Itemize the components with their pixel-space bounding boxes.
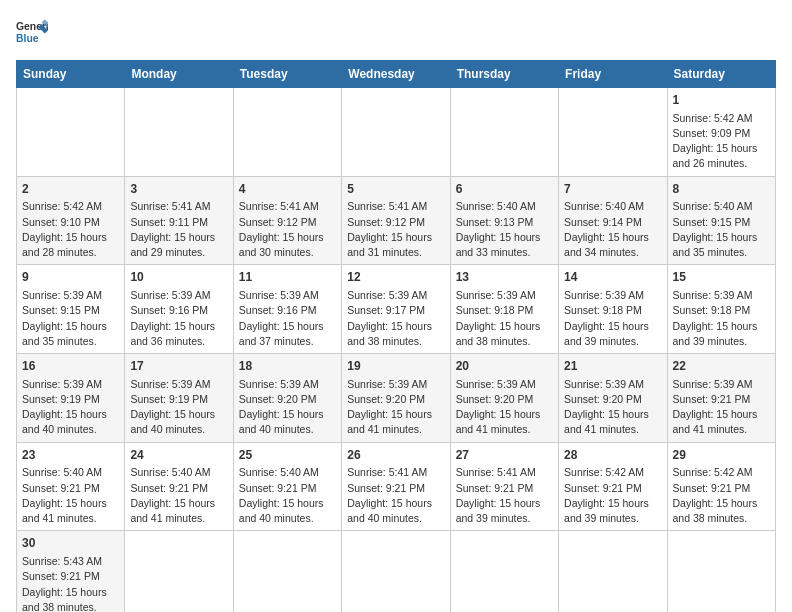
day-cell (125, 88, 233, 177)
day-cell: 13Sunrise: 5:39 AM Sunset: 9:18 PM Dayli… (450, 265, 558, 354)
logo: General Blue (16, 16, 52, 48)
week-row-5: 23Sunrise: 5:40 AM Sunset: 9:21 PM Dayli… (17, 442, 776, 531)
day-cell (559, 88, 667, 177)
week-row-4: 16Sunrise: 5:39 AM Sunset: 9:19 PM Dayli… (17, 354, 776, 443)
day-number: 15 (673, 269, 770, 286)
day-cell (559, 531, 667, 612)
week-row-6: 30Sunrise: 5:43 AM Sunset: 9:21 PM Dayli… (17, 531, 776, 612)
day-number: 11 (239, 269, 336, 286)
day-cell: 11Sunrise: 5:39 AM Sunset: 9:16 PM Dayli… (233, 265, 341, 354)
day-number: 4 (239, 181, 336, 198)
day-info: Sunrise: 5:39 AM Sunset: 9:20 PM Dayligh… (564, 377, 661, 438)
day-info: Sunrise: 5:39 AM Sunset: 9:17 PM Dayligh… (347, 288, 444, 349)
day-info: Sunrise: 5:40 AM Sunset: 9:13 PM Dayligh… (456, 199, 553, 260)
day-cell: 9Sunrise: 5:39 AM Sunset: 9:15 PM Daylig… (17, 265, 125, 354)
day-cell: 1Sunrise: 5:42 AM Sunset: 9:09 PM Daylig… (667, 88, 775, 177)
day-cell: 23Sunrise: 5:40 AM Sunset: 9:21 PM Dayli… (17, 442, 125, 531)
day-cell: 26Sunrise: 5:41 AM Sunset: 9:21 PM Dayli… (342, 442, 450, 531)
calendar-body: 1Sunrise: 5:42 AM Sunset: 9:09 PM Daylig… (17, 88, 776, 613)
day-info: Sunrise: 5:39 AM Sunset: 9:18 PM Dayligh… (564, 288, 661, 349)
day-info: Sunrise: 5:39 AM Sunset: 9:20 PM Dayligh… (456, 377, 553, 438)
day-number: 22 (673, 358, 770, 375)
logo-icon: General Blue (16, 16, 48, 48)
day-info: Sunrise: 5:42 AM Sunset: 9:09 PM Dayligh… (673, 111, 770, 172)
day-info: Sunrise: 5:39 AM Sunset: 9:20 PM Dayligh… (239, 377, 336, 438)
day-info: Sunrise: 5:39 AM Sunset: 9:20 PM Dayligh… (347, 377, 444, 438)
day-cell: 25Sunrise: 5:40 AM Sunset: 9:21 PM Dayli… (233, 442, 341, 531)
day-cell (17, 88, 125, 177)
day-number: 16 (22, 358, 119, 375)
day-number: 21 (564, 358, 661, 375)
day-number: 20 (456, 358, 553, 375)
day-cell (342, 88, 450, 177)
day-cell (450, 88, 558, 177)
day-cell (667, 531, 775, 612)
day-cell: 4Sunrise: 5:41 AM Sunset: 9:12 PM Daylig… (233, 176, 341, 265)
day-cell (450, 531, 558, 612)
day-number: 9 (22, 269, 119, 286)
day-cell: 6Sunrise: 5:40 AM Sunset: 9:13 PM Daylig… (450, 176, 558, 265)
svg-text:Blue: Blue (16, 33, 39, 44)
calendar-header: SundayMondayTuesdayWednesdayThursdayFrid… (17, 61, 776, 88)
day-number: 28 (564, 447, 661, 464)
day-number: 25 (239, 447, 336, 464)
day-cell (342, 531, 450, 612)
day-info: Sunrise: 5:39 AM Sunset: 9:19 PM Dayligh… (130, 377, 227, 438)
week-row-3: 9Sunrise: 5:39 AM Sunset: 9:15 PM Daylig… (17, 265, 776, 354)
day-cell: 5Sunrise: 5:41 AM Sunset: 9:12 PM Daylig… (342, 176, 450, 265)
day-number: 7 (564, 181, 661, 198)
day-cell: 21Sunrise: 5:39 AM Sunset: 9:20 PM Dayli… (559, 354, 667, 443)
day-cell (233, 531, 341, 612)
day-info: Sunrise: 5:41 AM Sunset: 9:21 PM Dayligh… (456, 465, 553, 526)
day-cell: 12Sunrise: 5:39 AM Sunset: 9:17 PM Dayli… (342, 265, 450, 354)
day-header-friday: Friday (559, 61, 667, 88)
day-cell (125, 531, 233, 612)
day-number: 29 (673, 447, 770, 464)
day-info: Sunrise: 5:39 AM Sunset: 9:15 PM Dayligh… (22, 288, 119, 349)
day-number: 3 (130, 181, 227, 198)
day-number: 6 (456, 181, 553, 198)
day-number: 8 (673, 181, 770, 198)
day-cell: 14Sunrise: 5:39 AM Sunset: 9:18 PM Dayli… (559, 265, 667, 354)
day-number: 13 (456, 269, 553, 286)
day-header-tuesday: Tuesday (233, 61, 341, 88)
calendar-table: SundayMondayTuesdayWednesdayThursdayFrid… (16, 60, 776, 612)
day-info: Sunrise: 5:39 AM Sunset: 9:18 PM Dayligh… (673, 288, 770, 349)
day-number: 10 (130, 269, 227, 286)
day-info: Sunrise: 5:39 AM Sunset: 9:21 PM Dayligh… (673, 377, 770, 438)
day-header-wednesday: Wednesday (342, 61, 450, 88)
day-info: Sunrise: 5:39 AM Sunset: 9:19 PM Dayligh… (22, 377, 119, 438)
day-number: 18 (239, 358, 336, 375)
week-row-1: 1Sunrise: 5:42 AM Sunset: 9:09 PM Daylig… (17, 88, 776, 177)
day-info: Sunrise: 5:41 AM Sunset: 9:21 PM Dayligh… (347, 465, 444, 526)
day-cell: 8Sunrise: 5:40 AM Sunset: 9:15 PM Daylig… (667, 176, 775, 265)
day-cell: 30Sunrise: 5:43 AM Sunset: 9:21 PM Dayli… (17, 531, 125, 612)
day-info: Sunrise: 5:41 AM Sunset: 9:11 PM Dayligh… (130, 199, 227, 260)
day-header-saturday: Saturday (667, 61, 775, 88)
day-cell: 15Sunrise: 5:39 AM Sunset: 9:18 PM Dayli… (667, 265, 775, 354)
day-header-sunday: Sunday (17, 61, 125, 88)
day-info: Sunrise: 5:39 AM Sunset: 9:16 PM Dayligh… (130, 288, 227, 349)
day-info: Sunrise: 5:40 AM Sunset: 9:21 PM Dayligh… (22, 465, 119, 526)
day-info: Sunrise: 5:40 AM Sunset: 9:15 PM Dayligh… (673, 199, 770, 260)
day-info: Sunrise: 5:40 AM Sunset: 9:21 PM Dayligh… (239, 465, 336, 526)
day-cell: 3Sunrise: 5:41 AM Sunset: 9:11 PM Daylig… (125, 176, 233, 265)
day-info: Sunrise: 5:40 AM Sunset: 9:14 PM Dayligh… (564, 199, 661, 260)
day-cell: 17Sunrise: 5:39 AM Sunset: 9:19 PM Dayli… (125, 354, 233, 443)
day-info: Sunrise: 5:39 AM Sunset: 9:18 PM Dayligh… (456, 288, 553, 349)
day-cell: 19Sunrise: 5:39 AM Sunset: 9:20 PM Dayli… (342, 354, 450, 443)
day-cell (233, 88, 341, 177)
day-cell: 20Sunrise: 5:39 AM Sunset: 9:20 PM Dayli… (450, 354, 558, 443)
page-header: General Blue (16, 16, 776, 48)
day-cell: 22Sunrise: 5:39 AM Sunset: 9:21 PM Dayli… (667, 354, 775, 443)
day-info: Sunrise: 5:41 AM Sunset: 9:12 PM Dayligh… (239, 199, 336, 260)
day-number: 23 (22, 447, 119, 464)
day-cell: 10Sunrise: 5:39 AM Sunset: 9:16 PM Dayli… (125, 265, 233, 354)
day-info: Sunrise: 5:40 AM Sunset: 9:21 PM Dayligh… (130, 465, 227, 526)
day-number: 2 (22, 181, 119, 198)
day-header-thursday: Thursday (450, 61, 558, 88)
day-cell: 29Sunrise: 5:42 AM Sunset: 9:21 PM Dayli… (667, 442, 775, 531)
week-row-2: 2Sunrise: 5:42 AM Sunset: 9:10 PM Daylig… (17, 176, 776, 265)
day-number: 19 (347, 358, 444, 375)
day-header-monday: Monday (125, 61, 233, 88)
